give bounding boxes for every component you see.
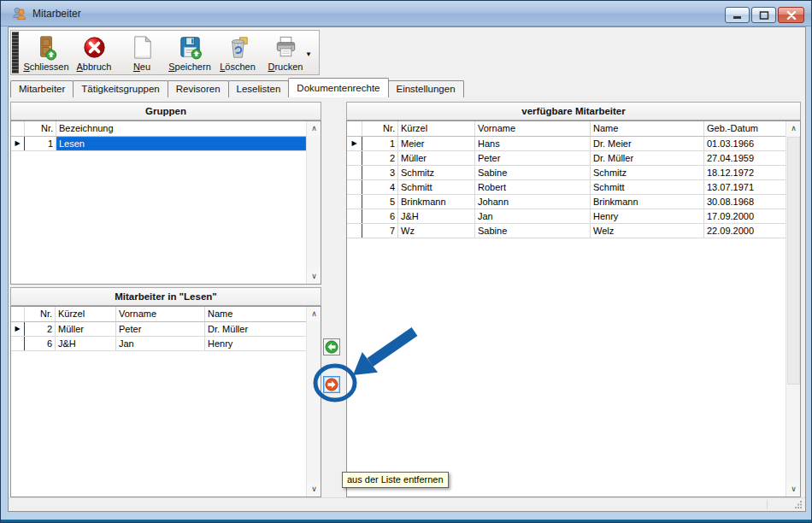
table-cell[interactable]: Robert: [475, 180, 591, 194]
table-row[interactable]: ▶2MüllerPeterDr. Müller: [11, 322, 306, 337]
toolbar-button-neu[interactable]: Neu: [118, 32, 166, 74]
column-header[interactable]: Nr.: [25, 121, 56, 136]
table-cell[interactable]: 2: [362, 151, 398, 165]
table-cell[interactable]: 4: [362, 180, 398, 194]
table-cell[interactable]: 2: [25, 322, 56, 336]
table-row[interactable]: ▶1MeierHansDr. Meier01.03.1966: [347, 137, 786, 151]
gruppen-scrollbar[interactable]: ∧ ∨: [306, 121, 321, 284]
scroll-down-icon[interactable]: ∨: [786, 482, 801, 497]
toolbar-button-speichern[interactable]: Speichern: [166, 32, 214, 74]
table-cell[interactable]: Meier: [398, 137, 475, 150]
toolbar-grip[interactable]: [12, 32, 19, 73]
tab-dokumentenrechte[interactable]: Dokumentenrechte: [288, 78, 388, 97]
tab-einstellungen[interactable]: Einstellungen: [388, 80, 464, 97]
column-header[interactable]: Kürzel: [56, 307, 116, 321]
gruppe-mitglieder-scrollbar[interactable]: ∧ ∨: [306, 307, 321, 497]
column-header[interactable]: Nr.: [25, 307, 56, 321]
verfuegbare-scrollbar[interactable]: ∧ ∨: [786, 121, 800, 497]
table-cell[interactable]: 13.07.1971: [704, 180, 786, 194]
table-row[interactable]: 6J&HJanHenry17.09.2000: [347, 209, 786, 224]
table-cell[interactable]: Hans: [475, 137, 591, 150]
table-row[interactable]: 2MüllerPeterDr. Müller27.04.1959: [347, 151, 786, 166]
scroll-down-icon[interactable]: ∨: [307, 482, 321, 497]
table-cell[interactable]: 6: [25, 337, 56, 350]
table-cell[interactable]: 1: [362, 137, 398, 150]
table-cell[interactable]: Peter: [475, 151, 591, 165]
table-cell[interactable]: Jan: [116, 337, 205, 350]
table-row[interactable]: ▶1Lesen: [11, 137, 306, 151]
table-cell[interactable]: 01.03.1966: [704, 137, 786, 150]
table-row[interactable]: 5BrinkmannJohannBrinkmann30.08.1968: [347, 195, 786, 209]
table-cell[interactable]: Sabine: [475, 166, 591, 179]
column-header[interactable]: Vorname: [116, 307, 205, 321]
table-cell[interactable]: Sabine: [475, 224, 591, 238]
table-cell[interactable]: J&H: [398, 209, 475, 223]
column-header[interactable]: Nr.: [362, 121, 398, 136]
scroll-down-icon[interactable]: ∨: [307, 269, 321, 284]
column-header[interactable]: Geb.-Datum: [704, 121, 786, 136]
table-cell[interactable]: Müller: [398, 151, 475, 165]
toolbar-dropdown-arrow-icon[interactable]: ▼: [305, 50, 312, 58]
column-header[interactable]: Bezeichnung: [56, 121, 306, 136]
printer-icon: [272, 33, 300, 62]
table-cell[interactable]: Dr. Meier: [591, 137, 704, 150]
table-cell[interactable]: Dr. Müller: [591, 151, 704, 165]
tooltip: aus der Liste entfernen: [342, 472, 449, 488]
toolbar-button-loeschen[interactable]: Löschen: [214, 32, 262, 74]
table-cell[interactable]: J&H: [56, 337, 116, 350]
table-cell[interactable]: 18.12.1972: [704, 166, 786, 179]
table-cell[interactable]: Jan: [475, 209, 591, 223]
toolbar-button-abbruch[interactable]: Abbruch: [70, 32, 118, 74]
scroll-up-icon[interactable]: ∧: [307, 307, 321, 321]
table-cell[interactable]: 17.09.2000: [704, 209, 786, 223]
column-header[interactable]: Name: [205, 307, 306, 321]
remove-from-group-button[interactable]: [323, 376, 340, 393]
table-cell[interactable]: 6: [362, 209, 398, 223]
tab-revisoren[interactable]: Revisoren: [168, 80, 229, 97]
table-cell[interactable]: 22.09.2000: [704, 224, 786, 238]
table-cell[interactable]: Schmitt: [591, 180, 704, 194]
resize-grip-icon[interactable]: [793, 499, 803, 508]
close-button[interactable]: [778, 7, 804, 23]
table-cell[interactable]: 27.04.1959: [704, 151, 786, 165]
scroll-up-icon[interactable]: ∧: [786, 121, 801, 136]
table-row[interactable]: 6J&HJanHenry: [11, 337, 306, 351]
table-cell[interactable]: Müller: [56, 322, 116, 336]
column-header[interactable]: Kürzel: [398, 121, 475, 136]
table-cell[interactable]: Henry: [591, 209, 704, 223]
add-to-group-button[interactable]: [323, 338, 340, 356]
maximize-button[interactable]: [751, 7, 776, 23]
table-row[interactable]: 4SchmittRobertSchmitt13.07.1971: [347, 180, 786, 195]
table-row[interactable]: 3SchmitzSabineSchmitz18.12.1972: [347, 166, 786, 180]
tab-taetigkeitsgruppen[interactable]: Tätigkeitsgruppen: [73, 80, 168, 97]
verfuegbare-table: Nr.KürzelVornameNameGeb.-Datum▶1MeierHan…: [346, 120, 801, 497]
table-cell[interactable]: Welz: [591, 224, 704, 238]
toolbar-button-schliessen[interactable]: Schliessen: [22, 32, 70, 74]
table-cell[interactable]: Dr. Müller: [205, 322, 306, 336]
table-cell[interactable]: Peter: [116, 322, 205, 336]
tab-leselisten[interactable]: Leselisten: [228, 80, 290, 97]
table-cell[interactable]: Schmitz: [398, 166, 475, 179]
table-cell[interactable]: Schmitz: [591, 166, 704, 179]
table-cell[interactable]: Brinkmann: [398, 195, 475, 209]
table-cell[interactable]: 30.08.1968: [704, 195, 786, 209]
table-cell[interactable]: Schmitt: [398, 180, 475, 194]
scroll-up-icon[interactable]: ∧: [307, 121, 321, 136]
table-cell[interactable]: Henry: [205, 337, 306, 350]
table-cell[interactable]: 1: [25, 137, 56, 150]
table-cell[interactable]: 5: [362, 195, 398, 209]
table-cell[interactable]: 3: [362, 166, 398, 179]
column-header[interactable]: Vorname: [475, 121, 591, 136]
table-cell[interactable]: 7: [362, 224, 398, 238]
column-header[interactable]: Name: [591, 121, 704, 136]
scrollbar-thumb[interactable]: [787, 137, 800, 385]
table-cell[interactable]: Wz: [398, 224, 475, 238]
minimize-button[interactable]: [725, 7, 750, 23]
toolbar-button-drucken[interactable]: Drucken: [262, 32, 309, 74]
tab-mitarbeiter[interactable]: Mitarbeiter: [10, 80, 74, 97]
table-cell[interactable]: Johann: [475, 195, 591, 209]
table-cell[interactable]: Lesen: [56, 137, 306, 150]
table-cell[interactable]: Brinkmann: [591, 195, 704, 209]
door-close-icon: [32, 33, 61, 62]
table-row[interactable]: 7WzSabineWelz22.09.2000: [347, 224, 786, 238]
